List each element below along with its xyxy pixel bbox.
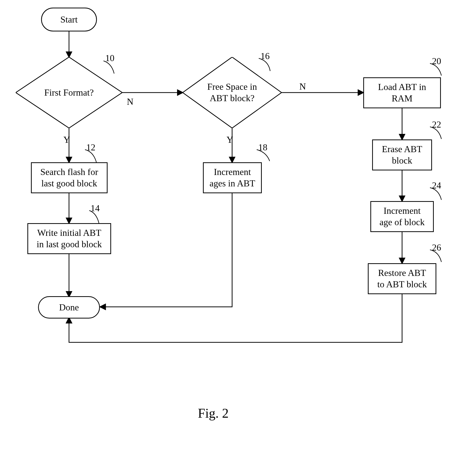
process-erase-abt-block-text: Erase ABT block	[382, 144, 422, 166]
process-increment-ages-text: Increment ages in ABT	[210, 166, 255, 189]
process-restore-abt-text: Restore ABT to ABT block	[377, 267, 427, 290]
process-increment-ages: Increment ages in ABT	[203, 162, 262, 193]
ref-14: 14	[91, 203, 100, 214]
process-load-abt-ram-text: Load ABT in RAM	[378, 81, 426, 104]
ref-10: 10	[105, 53, 114, 63]
edge-label-n: N	[299, 81, 306, 92]
edge-label-n: N	[127, 96, 133, 107]
edge-label-y: Y	[227, 134, 233, 145]
process-increment-age-block: Increment age of block	[370, 201, 434, 232]
terminal-done-label: Done	[59, 302, 79, 313]
decision-first-format-text: First Format?	[16, 57, 122, 128]
terminal-start: Start	[41, 8, 97, 31]
process-restore-abt: Restore ABT to ABT block	[368, 263, 436, 294]
ref-12: 12	[86, 142, 95, 153]
decision-free-space: Free Space in ABT block?	[183, 57, 282, 128]
ref-16: 16	[261, 51, 270, 61]
process-increment-age-block-text: Increment age of block	[379, 205, 425, 228]
process-search-flash: Search flash for last good block	[31, 162, 108, 193]
flowchart-canvas: Start First Format? Free Space in ABT bl…	[0, 0, 466, 476]
process-erase-abt-block: Erase ABT block	[372, 139, 432, 170]
process-write-initial-abt-text: Write initial ABT in last good block	[37, 227, 102, 250]
edge-label-y: Y	[63, 134, 70, 145]
ref-22: 22	[432, 119, 441, 130]
process-search-flash-text: Search flash for last good block	[40, 166, 98, 189]
ref-26: 26	[432, 242, 441, 253]
terminal-done: Done	[38, 296, 100, 319]
decision-free-space-text: Free Space in ABT block?	[183, 57, 282, 128]
figure-caption: Fig. 2	[198, 406, 229, 421]
ref-18: 18	[258, 142, 267, 153]
ref-20: 20	[432, 56, 441, 66]
decision-first-format: First Format?	[16, 57, 122, 128]
process-write-initial-abt: Write initial ABT in last good block	[27, 223, 111, 254]
ref-24: 24	[432, 180, 441, 191]
process-load-abt-ram: Load ABT in RAM	[363, 77, 441, 108]
terminal-start-label: Start	[60, 14, 78, 25]
